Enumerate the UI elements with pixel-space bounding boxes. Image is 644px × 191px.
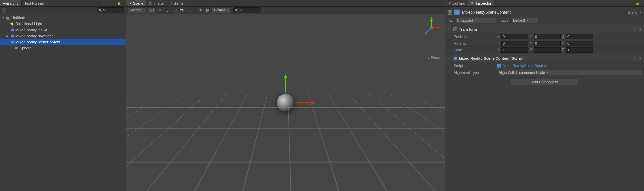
- svg-point-10: [15, 47, 18, 49]
- axis-gizmo-svg: y x: [421, 17, 442, 39]
- tab-test-runner[interactable]: Test Runner: [22, 0, 47, 6]
- hierarchy-item-directional-light[interactable]: Directional Light: [0, 21, 126, 27]
- shaded-dropdown-arrow: ▼: [142, 9, 144, 11]
- expand-arrow-untitled[interactable]: ▼: [1, 16, 5, 20]
- hierarchy-search-input[interactable]: [103, 8, 123, 12]
- script-component-header[interactable]: ▼ # Mixed Reality Scene Content (Script)…: [445, 54, 644, 62]
- hierarchy-item-untitled[interactable]: ▼ Untitled*: [0, 15, 126, 21]
- camera-toggle[interactable]: 📷: [179, 7, 185, 13]
- test-runner-tab-label: Test Runner: [24, 1, 44, 5]
- hierarchy-panel: + 🔍 ▼ Untitled* Dire: [0, 7, 126, 191]
- scale-y-input[interactable]: [534, 47, 561, 53]
- hierarchy-label-mrt-playspace: MixedRealityPlayspace: [15, 34, 54, 38]
- tab-scene[interactable]: ✦ Scene: [126, 0, 146, 6]
- inspector-lock-icon[interactable]: 🔒: [636, 2, 639, 5]
- inspector-menu-icon[interactable]: ☰: [640, 2, 643, 5]
- tab-hierarchy[interactable]: Hierarchy: [0, 0, 22, 6]
- transform-settings-btn[interactable]: ⚙: [638, 28, 642, 31]
- rotation-z-axis: Z: [562, 41, 593, 46]
- effects-toggle[interactable]: ⊞: [172, 7, 178, 13]
- tab-lighting[interactable]: ☀ Lighting: [445, 0, 468, 6]
- script-value: MixedRealitySceneContent: [497, 64, 547, 68]
- 2d-toggle[interactable]: 2D: [147, 7, 156, 13]
- grid-toggle[interactable]: ⊞: [187, 7, 193, 13]
- position-y-input[interactable]: [534, 34, 561, 39]
- layer-dropdown[interactable]: Default ▼: [512, 18, 539, 23]
- tab-animator[interactable]: Animator: [146, 0, 167, 6]
- hierarchy-item-mrt-toolkit[interactable]: MixedRealityToolkit: [0, 27, 126, 33]
- rotation-y-input[interactable]: [534, 41, 561, 46]
- transform-header[interactable]: ▼ Transform ? ⚙: [445, 25, 644, 33]
- hierarchy-item-mrt-scene-content[interactable]: MixedRealitySceneContent: [0, 39, 126, 45]
- inspector-panel: ✓ MixedRealitySceneContent Static ▼ Tag …: [445, 7, 644, 191]
- hierarchy-add-button[interactable]: +: [1, 8, 7, 13]
- script-component: ▼ # Mixed Reality Scene Content (Script)…: [445, 54, 644, 76]
- transform-help-btn[interactable]: ?: [633, 28, 636, 31]
- move-tool[interactable]: ✥: [197, 7, 203, 13]
- scene-search-input[interactable]: [239, 8, 259, 12]
- add-component-button[interactable]: Add Component: [511, 79, 578, 85]
- object-active-checkbox[interactable]: ✓: [448, 10, 452, 15]
- scale-x-label: X: [497, 48, 501, 52]
- object-static-dropdown[interactable]: ▼: [639, 11, 642, 14]
- hierarchy-menu-icon[interactable]: ☰: [122, 2, 125, 5]
- scene-view[interactable]: y x < Persp: [126, 14, 445, 191]
- alignment-value: Align With Experience Scale: [499, 70, 545, 75]
- shaded-dropdown[interactable]: Shaded ▼: [128, 7, 146, 13]
- light-icon-directional: [10, 21, 15, 26]
- position-y-axis: Y: [530, 34, 561, 39]
- gizmos-dropdown[interactable]: Gizmos ▼: [212, 7, 230, 13]
- alignment-label: Alignment Type: [454, 70, 497, 75]
- script-settings-btn[interactable]: ⚙: [638, 57, 642, 60]
- script-help-btn[interactable]: ?: [633, 57, 636, 60]
- scale-x-input[interactable]: [501, 47, 528, 53]
- position-y-label: Y: [530, 35, 533, 38]
- alignment-dropdown-arrow: ▼: [546, 71, 548, 74]
- hierarchy-search-bar[interactable]: 🔍: [97, 7, 124, 13]
- audio-toggle[interactable]: ♪: [165, 7, 171, 13]
- expand-arrow-mrt-scene-content: [5, 40, 9, 44]
- transform-scale-row: Scale X Y Z: [445, 47, 644, 53]
- scale-z-input[interactable]: [566, 47, 593, 53]
- lighting-toggle[interactable]: ☀: [157, 7, 163, 13]
- scene-search-bar[interactable]: 🔍: [233, 7, 261, 13]
- scale-label: Scale: [454, 48, 497, 52]
- expand-arrow-sphere: [9, 46, 13, 50]
- x-axis-shaft: [295, 102, 312, 103]
- position-x-input[interactable]: [501, 34, 528, 39]
- expand-arrow-mrt-playspace[interactable]: ▶: [5, 34, 9, 38]
- hierarchy-lock-icon[interactable]: 🔒: [117, 2, 121, 5]
- y-axis-arrow: [284, 74, 287, 96]
- script-component-title: Mixed Reality Scene Content (Script): [459, 56, 632, 60]
- script-file-icon: [497, 64, 501, 68]
- object-type-icon: [454, 9, 460, 15]
- x-axis-arrow: [295, 101, 315, 104]
- hierarchy-item-sphere[interactable]: Sphere: [0, 45, 126, 51]
- tab-game[interactable]: ▷ Game: [167, 0, 186, 6]
- add-component-label: Add Component: [531, 80, 558, 84]
- rotation-z-input[interactable]: [566, 41, 593, 46]
- transform-position-row: Position X Y Z: [445, 33, 644, 40]
- rect-tool[interactable]: ▤: [205, 7, 211, 13]
- position-z-input[interactable]: [566, 34, 593, 39]
- svg-text:#: #: [454, 57, 456, 60]
- tab-inspector[interactable]: 🔍 Inspector: [468, 0, 494, 6]
- tag-dropdown[interactable]: Untagged ▼: [456, 18, 496, 23]
- hierarchy-label-mrt-scene-content: MixedRealitySceneContent: [15, 40, 60, 44]
- transform-icon: [453, 27, 458, 32]
- gizmos-label: Gizmos: [214, 8, 225, 12]
- scene-menu-icon[interactable]: ☰: [441, 2, 444, 5]
- rotation-x-input[interactable]: [501, 41, 528, 46]
- svg-rect-8: [11, 35, 14, 37]
- svg-marker-15: [438, 26, 441, 29]
- scale-x-axis: X: [497, 47, 528, 53]
- hierarchy-label-untitled: Untitled*: [11, 16, 26, 20]
- transform-component: ▼ Transform ? ⚙ Position X: [445, 25, 644, 53]
- axis-gizmo[interactable]: y x: [421, 17, 442, 39]
- scene-sphere-object[interactable]: [277, 93, 295, 112]
- alignment-dropdown[interactable]: Align With Experience Scale ▼: [497, 70, 642, 75]
- transform-actions: ? ⚙: [633, 28, 642, 31]
- hierarchy-item-mrt-playspace[interactable]: ▶ MixedRealityPlayspace: [0, 33, 126, 39]
- layer-dropdown-arrow: ▼: [526, 19, 528, 22]
- toolbar-separator-1: [195, 8, 195, 13]
